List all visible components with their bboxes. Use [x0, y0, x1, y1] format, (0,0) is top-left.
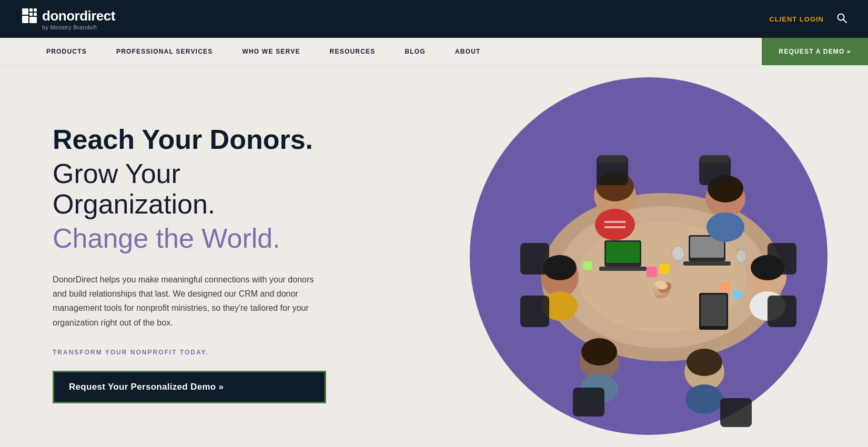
svg-rect-19	[701, 294, 726, 326]
hero-cta-small-text: TRANSFORM YOUR NONPROFIT TODAY.	[53, 349, 326, 356]
hero-headline-purple: Change the World.	[53, 224, 326, 253]
nav-bar: PRODUCTS PROFESSIONAL SERVICES WHO WE SE…	[0, 38, 868, 65]
search-icon[interactable]	[836, 13, 847, 26]
nav-item-blog[interactable]: BLOG	[390, 38, 440, 65]
svg-rect-0	[22, 8, 28, 15]
svg-rect-58	[720, 398, 752, 427]
nav-item-products[interactable]: PRODUCTS	[32, 38, 102, 65]
request-demo-nav-button[interactable]: REQUEST A DEMO »	[762, 38, 868, 65]
top-right-controls: CLIENT LOGIN	[769, 13, 847, 26]
hero-image-area	[358, 65, 868, 447]
svg-rect-24	[583, 261, 592, 270]
hero-headline-normal: Grow Your Organization.	[53, 159, 326, 219]
svg-point-29	[595, 209, 635, 240]
nav-links: PRODUCTS PROFESSIONAL SERVICES WHO WE SE…	[32, 38, 496, 65]
nav-item-resources[interactable]: RESOURCES	[315, 38, 390, 65]
svg-rect-21	[660, 264, 669, 273]
svg-rect-4	[34, 13, 37, 16]
svg-rect-60	[700, 155, 730, 163]
svg-rect-54	[520, 296, 549, 327]
svg-rect-53	[520, 243, 549, 275]
svg-rect-57	[573, 388, 604, 416]
svg-point-34	[706, 212, 744, 242]
top-bar: donordirect by Ministry Brands® CLIENT L…	[0, 0, 868, 38]
svg-rect-23	[733, 290, 742, 299]
logo-main: donordirect	[21, 7, 115, 24]
hero-cta-button[interactable]: Request Your Personalized Demo »	[53, 371, 326, 403]
svg-rect-55	[768, 243, 796, 275]
svg-rect-56	[768, 296, 796, 327]
svg-rect-22	[720, 282, 730, 292]
svg-rect-2	[34, 8, 37, 12]
logo-subtext: by Ministry Brands®	[42, 24, 97, 31]
hero-section: Reach Your Donors. Grow Your Organizatio…	[0, 65, 868, 447]
svg-rect-17	[683, 261, 731, 266]
hero-headline-bold: Reach Your Donors.	[53, 125, 326, 155]
svg-line-8	[843, 19, 846, 23]
svg-rect-14	[599, 267, 647, 271]
svg-rect-3	[29, 13, 33, 16]
svg-rect-5	[22, 16, 28, 23]
svg-rect-20	[647, 267, 657, 277]
svg-point-26	[736, 250, 746, 262]
nav-item-professional-services[interactable]: PROFESSIONAL SERVICES	[102, 38, 227, 65]
svg-rect-6	[29, 17, 37, 23]
svg-point-45	[687, 349, 722, 376]
office-scene	[473, 72, 841, 440]
nav-item-about[interactable]: ABOUT	[440, 38, 496, 65]
svg-rect-59	[598, 155, 627, 163]
hero-body-text: DonorDirect helps you make meaningful co…	[53, 272, 326, 330]
nav-item-who-we-serve[interactable]: WHO WE SERVE	[227, 38, 315, 65]
hero-left-content: Reach Your Donors. Grow Your Organizatio…	[0, 65, 358, 447]
svg-rect-1	[29, 8, 33, 12]
svg-rect-13	[606, 242, 640, 263]
logo-text: donordirect	[42, 8, 115, 24]
client-login-link[interactable]: CLIENT LOGIN	[769, 15, 824, 23]
svg-point-25	[672, 246, 684, 261]
office-scene-svg	[473, 72, 841, 440]
logo-icon	[21, 7, 38, 24]
logo-area: donordirect by Ministry Brands®	[21, 7, 115, 31]
svg-point-46	[685, 384, 723, 414]
svg-point-42	[581, 338, 617, 365]
